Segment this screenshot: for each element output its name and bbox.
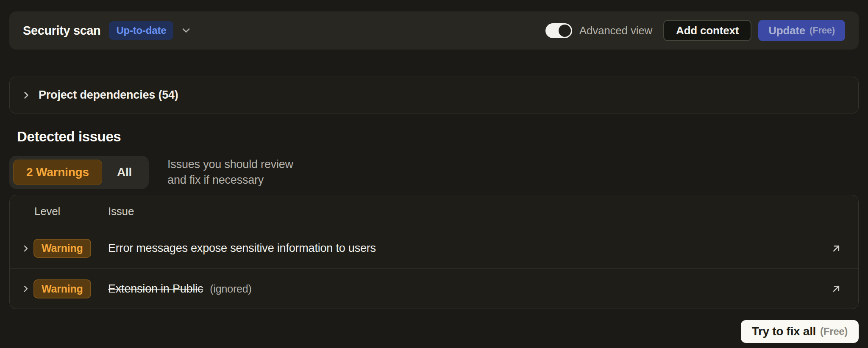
security-scan-page: Security scan Up-to-date Advanced view A… bbox=[0, 11, 868, 348]
footer-actions: Try to fix all (Free) bbox=[9, 320, 859, 343]
chevron-right-icon[interactable] bbox=[21, 90, 32, 101]
warning-level-badge: Warning bbox=[33, 279, 91, 298]
table-row[interactable]: Warning Error messages expose sensitive … bbox=[10, 228, 858, 268]
chevron-down-icon[interactable] bbox=[180, 25, 192, 36]
add-context-button[interactable]: Add context bbox=[663, 20, 751, 41]
chevron-right-icon[interactable] bbox=[10, 284, 33, 294]
warning-level-badge: Warning bbox=[33, 239, 91, 258]
status-badge: Up-to-date bbox=[109, 21, 173, 40]
try-to-fix-all-button[interactable]: Try to fix all (Free) bbox=[741, 320, 859, 343]
issues-table: Level Issue Warning Error messages expos… bbox=[9, 195, 859, 309]
top-bar-right: Advanced view Add context Update (Free) bbox=[545, 20, 845, 41]
update-button-free-tag: (Free) bbox=[810, 25, 835, 36]
column-header-level: Level bbox=[34, 205, 60, 218]
try-to-fix-all-free-tag: (Free) bbox=[820, 326, 848, 337]
update-button-label: Update bbox=[768, 24, 805, 37]
update-button[interactable]: Update (Free) bbox=[758, 20, 845, 41]
page-title: Security scan bbox=[23, 24, 100, 38]
project-dependencies-section[interactable]: Project dependencies (54) bbox=[9, 77, 859, 113]
open-issue-arrow-icon[interactable] bbox=[814, 283, 858, 295]
issues-filter-row: 2 Warnings All Issues you should review … bbox=[9, 156, 859, 189]
advanced-view-label: Advanced view bbox=[579, 24, 652, 37]
issue-title-ignored: Extension in Public bbox=[108, 282, 203, 296]
top-bar: Security scan Up-to-date Advanced view A… bbox=[9, 11, 859, 50]
tab-all[interactable]: All bbox=[104, 160, 145, 185]
ignored-note: (ignored) bbox=[210, 283, 251, 295]
toggle-knob bbox=[559, 25, 571, 37]
issues-filter-tabs: 2 Warnings All bbox=[9, 156, 149, 189]
try-to-fix-all-label: Try to fix all bbox=[752, 325, 816, 338]
tab-warnings[interactable]: 2 Warnings bbox=[13, 160, 102, 185]
issues-description-line2: and fix if necessary bbox=[167, 174, 264, 186]
issues-table-header: Level Issue bbox=[10, 195, 858, 228]
project-dependencies-label: Project dependencies (54) bbox=[39, 88, 178, 102]
issues-description-line1: Issues you should review bbox=[167, 158, 293, 171]
top-bar-left: Security scan Up-to-date bbox=[23, 21, 192, 40]
detected-issues-heading: Detected issues bbox=[9, 129, 859, 145]
advanced-view-toggle[interactable] bbox=[545, 23, 572, 38]
column-header-issue: Issue bbox=[108, 205, 134, 218]
issues-description: Issues you should review and fix if nece… bbox=[167, 157, 293, 188]
issue-title: Error messages expose sensitive informat… bbox=[108, 242, 376, 255]
open-issue-arrow-icon[interactable] bbox=[814, 243, 858, 254]
chevron-right-icon[interactable] bbox=[10, 243, 33, 254]
table-row[interactable]: Warning Extension in Public (ignored) bbox=[10, 268, 858, 309]
